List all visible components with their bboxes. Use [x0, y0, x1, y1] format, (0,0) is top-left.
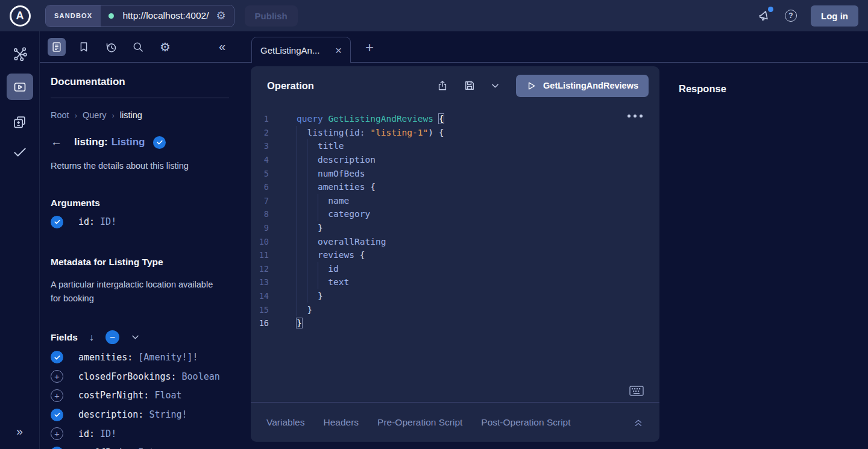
- code-line[interactable]: 14}: [251, 289, 659, 303]
- share-operation-button[interactable]: [436, 80, 448, 92]
- code-line[interactable]: 4description: [251, 153, 659, 167]
- save-floppy-icon: [464, 80, 476, 92]
- field-selected-check-icon[interactable]: [51, 216, 63, 228]
- save-operation-button[interactable]: [464, 80, 476, 92]
- code-text: }: [278, 316, 302, 330]
- code-line[interactable]: 6amenities {: [251, 180, 659, 194]
- sort-fields-icon[interactable]: ↓: [89, 332, 94, 343]
- close-tab-icon[interactable]: ×: [335, 45, 342, 56]
- back-arrow-icon[interactable]: ←: [51, 136, 62, 149]
- code-line[interactable]: 13text: [251, 275, 659, 289]
- deselect-all-fields-button[interactable]: −: [105, 330, 119, 344]
- line-number: 6: [251, 182, 278, 192]
- line-number: 1: [251, 114, 278, 124]
- footer-tab-pre-operation-script[interactable]: Pre-Operation Script: [377, 417, 462, 428]
- code-line[interactable]: 7name: [251, 194, 659, 208]
- code-text: numOfBeds: [278, 166, 365, 180]
- documentation-title: Documentation: [51, 76, 240, 88]
- save-menu-chevron[interactable]: [491, 81, 500, 90]
- field-add-plus-icon[interactable]: +: [51, 370, 63, 383]
- apollo-sandbox-app: A SANDBOX http://localhost:4002/ ⚙ Publi…: [0, 0, 868, 449]
- publish-button[interactable]: Publish: [245, 5, 298, 27]
- run-operation-button[interactable]: GetListingAndReviews: [516, 75, 649, 97]
- breadcrumb-item-root[interactable]: Root: [51, 110, 69, 120]
- code-line[interactable]: 11reviews {: [251, 248, 659, 262]
- footer-tab-headers[interactable]: Headers: [323, 417, 359, 428]
- rail-item-schema[interactable]: [12, 46, 28, 61]
- code-line[interactable]: 15}: [251, 303, 659, 316]
- operation-editor[interactable]: 1query GetListingAndReviews {2listing(id…: [251, 105, 659, 402]
- changelog-diff-icon: [12, 115, 27, 130]
- rail-item-changelog[interactable]: [12, 115, 27, 130]
- toolbar-search-button[interactable]: [129, 38, 147, 56]
- announcements-button[interactable]: [758, 9, 771, 22]
- field-row[interactable]: numOfBeds:Int: [51, 444, 240, 449]
- breadcrumb-separator-icon: ›: [112, 111, 114, 120]
- field-name: id:: [78, 216, 95, 227]
- toolbar-settings-button[interactable]: ⚙: [156, 38, 174, 56]
- field-selected-check-icon[interactable]: [51, 409, 63, 421]
- rail-item-checks[interactable]: [12, 144, 28, 160]
- keyboard-shortcuts-icon[interactable]: [629, 386, 644, 396]
- collapse-footer-button[interactable]: [633, 417, 644, 428]
- code-line[interactable]: 2listing(id: "listing-1") {: [251, 126, 659, 140]
- field-add-plus-icon[interactable]: +: [51, 389, 63, 402]
- expand-rail-button[interactable]: »: [16, 425, 23, 438]
- fields-title: Fields: [51, 332, 78, 343]
- run-button-label: GetListingAndReviews: [543, 81, 638, 90]
- rail-item-explorer[interactable]: [7, 74, 33, 100]
- breadcrumb-item-listing[interactable]: listing: [120, 110, 142, 120]
- code-line[interactable]: 9}: [251, 221, 659, 235]
- arguments-list: id:ID!: [51, 212, 240, 231]
- field-description: Returns the details about this listing: [51, 159, 240, 172]
- code-text: }: [278, 289, 323, 303]
- field-row[interactable]: amenities:[Amenity!]!: [51, 348, 240, 367]
- field-row[interactable]: +closedForBookings:Boolean: [51, 367, 240, 386]
- field-row[interactable]: id:ID!: [51, 212, 240, 231]
- login-button[interactable]: Log in: [811, 5, 858, 27]
- field-selected-check-icon[interactable]: [51, 447, 63, 449]
- code-line[interactable]: 1query GetListingAndReviews {: [251, 112, 659, 126]
- field-row[interactable]: +costPerNight:Float: [51, 386, 240, 405]
- collapse-fields-chevron-icon[interactable]: [131, 333, 140, 342]
- footer-tab-variables[interactable]: Variables: [266, 417, 304, 428]
- endpoint-url-input[interactable]: http://localhost:4002/: [122, 10, 209, 21]
- field-selected-check-icon[interactable]: [51, 351, 63, 363]
- code-line[interactable]: 16}: [251, 316, 659, 330]
- field-name: costPerNight:: [78, 390, 149, 401]
- field-type: ID!: [100, 429, 116, 439]
- code-line[interactable]: 3title: [251, 139, 659, 153]
- code-line[interactable]: 10overallRating: [251, 234, 659, 248]
- line-number: 4: [251, 155, 278, 165]
- toolbar-documentation-button[interactable]: [48, 38, 66, 56]
- code-text: title: [278, 139, 344, 153]
- field-heading-type-link[interactable]: Listing: [112, 136, 145, 148]
- breadcrumb-item-query[interactable]: Query: [83, 110, 107, 120]
- footer-tab-post-operation-script[interactable]: Post-Operation Script: [481, 417, 570, 428]
- code-line[interactable]: 8category: [251, 207, 659, 221]
- apollo-logo[interactable]: A: [0, 5, 40, 27]
- history-clock-icon: [105, 41, 118, 54]
- field-row[interactable]: +id:ID!: [51, 424, 240, 444]
- code-text: category: [278, 207, 370, 221]
- connection-settings-gear-icon[interactable]: ⚙: [216, 10, 225, 21]
- code-line[interactable]: 5numOfBeds: [251, 166, 659, 180]
- new-tab-button[interactable]: +: [365, 39, 374, 56]
- field-add-plus-icon[interactable]: +: [51, 427, 63, 440]
- share-icon: [436, 80, 448, 92]
- operation-tab[interactable]: GetListingAn... ×: [251, 37, 351, 63]
- line-number: 14: [251, 291, 278, 301]
- search-icon: [132, 41, 144, 53]
- code-line[interactable]: 12id: [251, 262, 659, 276]
- field-row[interactable]: description:String!: [51, 405, 240, 424]
- help-button[interactable]: ?: [785, 10, 797, 22]
- operation-title: Operation: [267, 80, 314, 92]
- docs-toolbar: ⚙ « GetListingAn... × +: [40, 31, 868, 63]
- toolbar-history-button[interactable]: [102, 38, 120, 56]
- toolbar-saved-operations-button[interactable]: [75, 38, 93, 56]
- editor-overflow-menu[interactable]: [627, 115, 643, 118]
- documentation-panel: Documentation Root›Query›listing ← listi…: [40, 63, 251, 449]
- field-selected-check-icon[interactable]: [153, 136, 166, 149]
- collapse-docs-panel-button[interactable]: «: [219, 40, 225, 54]
- line-number: 3: [251, 141, 278, 151]
